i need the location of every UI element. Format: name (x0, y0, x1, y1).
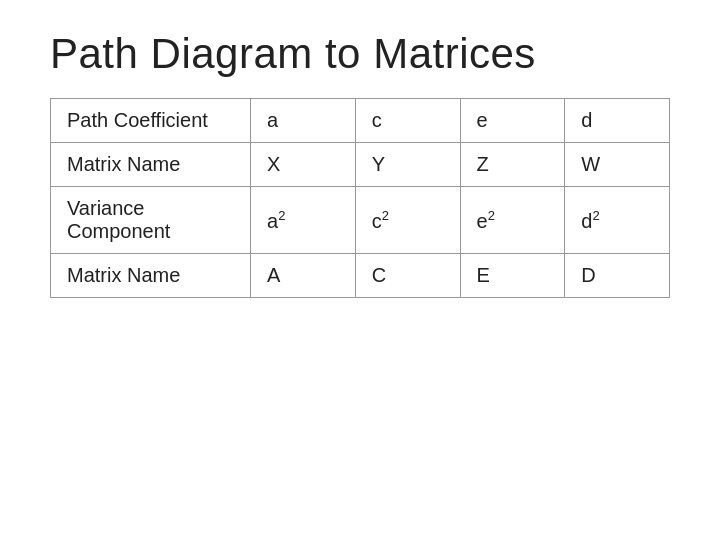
row-1-col2: Y (355, 143, 460, 187)
row-0-col1: a (251, 99, 356, 143)
row-0-col3: e (460, 99, 565, 143)
row-3-col1: A (251, 254, 356, 298)
row-2-col1: a2 (251, 187, 356, 254)
matrix-table: Path CoefficientacedMatrix NameXYZWVaria… (50, 98, 670, 298)
row-3-label: Matrix Name (51, 254, 251, 298)
row-2-col2: c2 (355, 187, 460, 254)
row-1-label: Matrix Name (51, 143, 251, 187)
table-row: Matrix NameACED (51, 254, 670, 298)
row-3-col2: C (355, 254, 460, 298)
table-row: Path Coefficientaced (51, 99, 670, 143)
table-row: Matrix NameXYZW (51, 143, 670, 187)
row-1-col1: X (251, 143, 356, 187)
row-2-col4: d2 (565, 187, 670, 254)
row-2-col3: e2 (460, 187, 565, 254)
row-3-col3: E (460, 254, 565, 298)
row-0-col2: c (355, 99, 460, 143)
row-1-col4: W (565, 143, 670, 187)
table-row: Variance Componenta2c2e2d2 (51, 187, 670, 254)
row-0-label: Path Coefficient (51, 99, 251, 143)
row-2-label: Variance Component (51, 187, 251, 254)
page-title: Path Diagram to Matrices (50, 30, 670, 78)
row-0-col4: d (565, 99, 670, 143)
row-3-col4: D (565, 254, 670, 298)
row-1-col3: Z (460, 143, 565, 187)
